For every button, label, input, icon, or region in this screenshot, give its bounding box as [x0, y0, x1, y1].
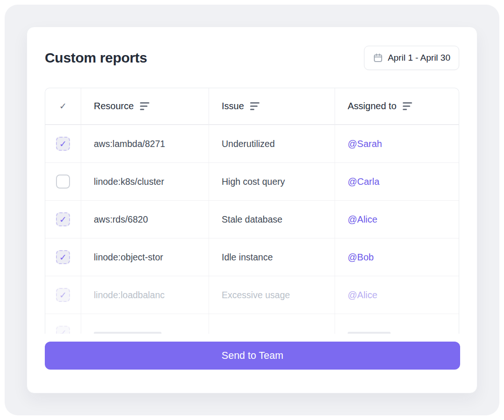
page-background: Custom reports April 1 - April 30 ✓	[5, 5, 499, 415]
table-header-row: ✓ Resource Issue Assigned to	[45, 88, 459, 125]
issue-cell: Stale database	[222, 214, 282, 225]
sort-icon[interactable]	[250, 102, 259, 110]
resource-cell: linode:object-stor	[94, 252, 163, 263]
table-row: linode:k8s/cluster High cost query @Carl…	[45, 162, 459, 200]
assignee-link[interactable]: @Sarah	[348, 139, 382, 149]
clipped-text-remnant	[94, 332, 161, 334]
calendar-icon	[373, 53, 383, 63]
issue-cell: Excessive usage	[222, 290, 290, 301]
clipped-text-remnant	[348, 332, 391, 334]
check-icon: ✓	[59, 253, 67, 262]
header-issue-column[interactable]: Issue	[209, 88, 335, 124]
issue-cell: Underutilized	[222, 139, 275, 149]
assignee-link[interactable]: @Bob	[348, 252, 374, 263]
card-header: Custom reports April 1 - April 30	[45, 46, 459, 70]
header-resource-column[interactable]: Resource	[81, 88, 209, 124]
resource-column-label: Resource	[94, 101, 134, 112]
sort-icon[interactable]	[140, 102, 149, 110]
table-row: ✓ aws:rds/6820 Stale database @Alice	[45, 200, 459, 238]
table-row: ✓ aws:lambda/8271 Underutilized @Sarah	[45, 125, 459, 162]
check-icon: ✓	[59, 140, 67, 148]
table-row-clipped: ✓	[45, 314, 459, 334]
row-checkbox-checked[interactable]: ✓	[56, 212, 70, 226]
assignee-link[interactable]: @Carla	[348, 176, 379, 187]
custom-reports-card: Custom reports April 1 - April 30 ✓	[27, 27, 477, 393]
row-checkbox-checked[interactable]: ✓	[56, 250, 70, 264]
send-to-team-button[interactable]: Send to Team	[45, 342, 460, 370]
issue-cell: High cost query	[222, 176, 285, 187]
assigned-column-label: Assigned to	[348, 101, 397, 112]
check-icon: ✓	[59, 329, 67, 334]
table-row-faded: ✓ linode:loadbalanc Excessive usage @Ali…	[45, 276, 459, 314]
resource-cell: aws:lambda/8271	[94, 139, 165, 149]
resource-cell: linode:loadbalanc	[94, 290, 165, 301]
date-range-button[interactable]: April 1 - April 30	[364, 46, 459, 70]
header-select-column: ✓	[45, 88, 81, 124]
check-icon: ✓	[59, 291, 67, 300]
page-title: Custom reports	[45, 50, 147, 66]
resource-cell: linode:k8s/cluster	[94, 176, 164, 187]
row-checkbox-checked[interactable]: ✓	[56, 137, 70, 151]
issue-cell: Idle instance	[222, 252, 273, 263]
reports-table: ✓ Resource Issue Assigned to	[45, 88, 459, 334]
assignee-link[interactable]: @Alice	[348, 214, 378, 225]
row-checkbox-checked[interactable]: ✓	[56, 288, 70, 302]
date-range-label: April 1 - April 30	[388, 53, 450, 63]
row-checkbox-unchecked[interactable]	[56, 175, 70, 189]
check-icon: ✓	[59, 215, 67, 224]
assignee-link[interactable]: @Alice	[348, 290, 378, 301]
check-icon: ✓	[59, 101, 67, 112]
header-assigned-column[interactable]: Assigned to	[335, 88, 459, 124]
table-row: ✓ linode:object-stor Idle instance @Bob	[45, 238, 459, 276]
resource-cell: aws:rds/6820	[94, 214, 148, 225]
issue-column-label: Issue	[222, 101, 244, 112]
sort-icon[interactable]	[403, 102, 412, 110]
row-checkbox-remnant: ✓	[56, 326, 70, 334]
